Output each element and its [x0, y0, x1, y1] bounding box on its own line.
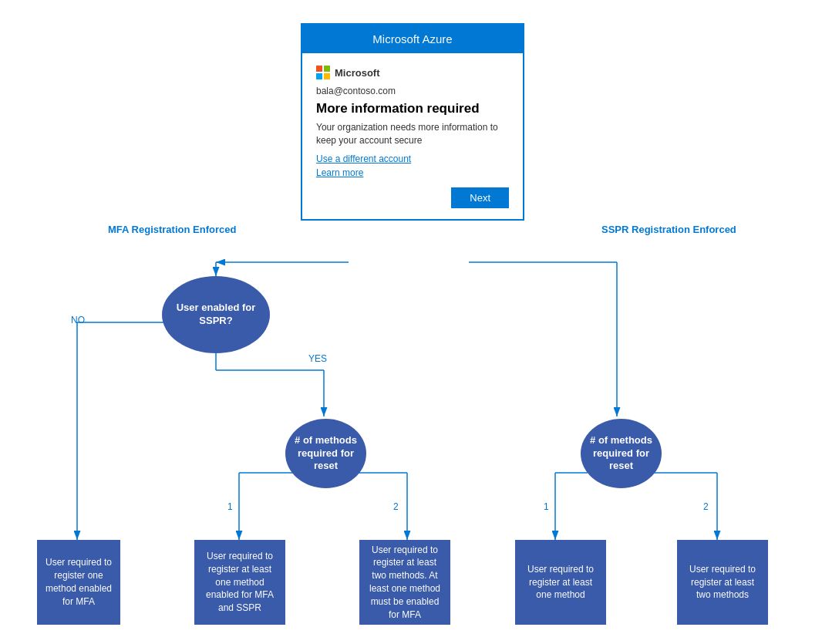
- left-one-label: 1: [227, 501, 233, 512]
- logo-yellow: [324, 73, 330, 79]
- yes-label: YES: [308, 353, 327, 364]
- company-name: Microsoft: [335, 67, 380, 79]
- logo-red: [316, 66, 322, 72]
- box1-text: User required to register one method ena…: [43, 556, 114, 608]
- card-body: Microsoft bala@contoso.com More informat…: [302, 53, 523, 219]
- card-title: More information required: [316, 101, 509, 116]
- logo-blue: [316, 73, 322, 79]
- no-label: NO: [71, 315, 85, 325]
- sspr-label: SSPR Registration Enforced: [601, 224, 736, 235]
- sspr-check-label: User enabled forSSPR?: [177, 302, 256, 328]
- card-header-text: Microsoft Azure: [372, 32, 452, 46]
- mfa-label: MFA Registration Enforced: [108, 224, 236, 235]
- box2-text: User required to register at least one m…: [200, 550, 279, 615]
- ms-logo: Microsoft: [316, 66, 509, 79]
- sspr-check-node: User enabled forSSPR?: [162, 276, 270, 353]
- methods-left-node: # of methodsrequired for reset: [285, 419, 366, 488]
- different-account-link[interactable]: Use a different account: [316, 153, 509, 164]
- logo-green: [324, 66, 330, 72]
- diagram-container: Microsoft Azure Microsoft bala@contoso.c…: [0, 0, 822, 644]
- card-header: Microsoft Azure: [302, 25, 523, 53]
- azure-card: Microsoft Azure Microsoft bala@contoso.c…: [301, 23, 524, 221]
- box1: User required to register one method ena…: [37, 540, 120, 625]
- org-message: Your organization needs more information…: [316, 121, 509, 147]
- left-two-label: 2: [393, 501, 399, 512]
- box5: User required to register at least two m…: [677, 540, 768, 625]
- box4: User required to register at least one m…: [515, 540, 606, 625]
- box5-text: User required to register at least two m…: [683, 563, 762, 602]
- box3-text: User required to register at least two m…: [366, 544, 444, 622]
- methods-right-label: # of methodsrequired for reset: [581, 434, 662, 474]
- box4-text: User required to register at least one m…: [521, 563, 600, 602]
- methods-left-label: # of methodsrequired for reset: [285, 434, 366, 474]
- user-email: bala@contoso.com: [316, 86, 509, 96]
- right-two-label: 2: [703, 501, 709, 512]
- methods-right-node: # of methodsrequired for reset: [581, 419, 662, 488]
- ms-logo-grid: [316, 66, 330, 79]
- learn-more-link[interactable]: Learn more: [316, 167, 509, 178]
- next-button[interactable]: Next: [451, 187, 509, 208]
- box3: User required to register at least two m…: [359, 540, 450, 625]
- box2: User required to register at least one m…: [194, 540, 285, 625]
- right-one-label: 1: [544, 501, 549, 512]
